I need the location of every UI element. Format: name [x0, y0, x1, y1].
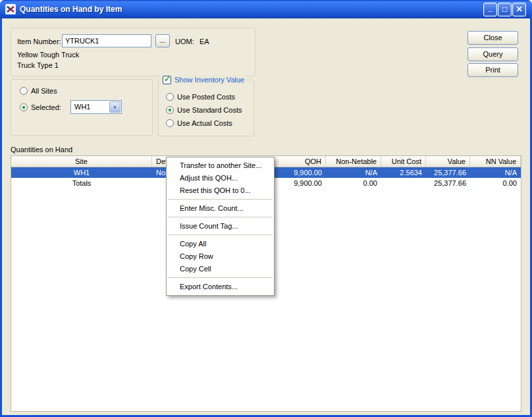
menu-separator	[168, 199, 273, 200]
site-combobox-dropdown-button[interactable]: ▼	[109, 101, 120, 113]
item-number-input[interactable]	[62, 34, 151, 47]
all-sites-radio[interactable]	[20, 87, 28, 95]
site-combobox-value: WH1	[74, 103, 90, 111]
column-header-value[interactable]: Value	[426, 156, 470, 167]
menu-item-copy-all[interactable]: Copy All	[167, 238, 274, 250]
column-header-non-netable[interactable]: Non-Netable	[326, 156, 381, 167]
query-button[interactable]: Query	[467, 47, 518, 61]
maximize-button[interactable]: □	[498, 3, 512, 16]
titlebar[interactable]: Quantities on Hand by Item _ □ ✕	[0, 0, 532, 18]
uom-label: UOM:	[175, 38, 194, 45]
show-inventory-value-checkbox[interactable]: ✓	[163, 76, 171, 84]
menu-item-reset-qoh[interactable]: Reset this QOH to 0...	[167, 184, 274, 197]
uom-value: EA	[200, 38, 209, 45]
quantities-section-label: Quantities on Hand	[11, 146, 72, 153]
close-icon: ✕	[516, 5, 522, 14]
maximize-icon: □	[502, 5, 507, 14]
close-window-button[interactable]: ✕	[512, 3, 526, 16]
menu-item-export-contents[interactable]: Export Contents...	[167, 281, 274, 293]
cell-unit-cost[interactable]: 2.5634	[381, 167, 426, 178]
inventory-value-title: ✓ Show Inventory Value	[161, 75, 246, 84]
menu-item-transfer-site[interactable]: Transfer to another Site...	[167, 159, 274, 172]
cell-value[interactable]: 25,377.66	[426, 178, 470, 188]
item-description-line1: Yellow Tough Truck	[17, 51, 79, 59]
cell-non-netable[interactable]: 0.00	[326, 178, 381, 188]
print-button[interactable]: Print	[467, 63, 518, 77]
use-actual-costs-radio[interactable]	[166, 119, 174, 127]
use-posted-costs-label[interactable]: Use Posted Costs	[177, 93, 235, 101]
all-sites-label[interactable]: All Sites	[31, 87, 57, 95]
cell-non-netable[interactable]: N/A	[326, 167, 381, 178]
column-header-nn-value[interactable]: NN Value	[470, 156, 521, 167]
minimize-icon: _	[488, 2, 492, 14]
app-icon[interactable]	[5, 4, 16, 14]
context-menu: Transfer to another Site... Adjust this …	[166, 157, 275, 296]
menu-item-adjust-qoh[interactable]: Adjust this QOH...	[167, 172, 274, 184]
cell-value[interactable]: 25,377.66	[426, 167, 470, 178]
cell-nn-value[interactable]: N/A	[470, 167, 521, 178]
use-standard-costs-radio[interactable]	[166, 106, 174, 114]
selected-site-label[interactable]: Selected:	[31, 103, 61, 111]
selected-site-radio[interactable]	[20, 103, 28, 111]
column-header-unit-cost[interactable]: Unit Cost	[381, 156, 426, 167]
site-combobox[interactable]: WH1 ▼	[70, 100, 122, 114]
menu-item-copy-cell[interactable]: Copy Cell	[167, 263, 274, 275]
app-window: Quantities on Hand by Item _ □ ✕ Item Nu…	[0, 0, 532, 417]
item-number-label: Item Number:	[17, 38, 61, 45]
app-logo-icon	[5, 4, 16, 14]
window-title: Quantities on Hand by Item	[20, 0, 122, 18]
close-button[interactable]: Close	[467, 31, 518, 45]
menu-separator	[168, 235, 273, 235]
check-icon: ✓	[164, 74, 171, 84]
column-header-site[interactable]: Site	[11, 156, 152, 167]
menu-item-issue-count-tag[interactable]: Issue Count Tag...	[167, 220, 274, 233]
chevron-down-icon: ▼	[113, 102, 117, 113]
menu-separator	[168, 277, 273, 278]
minimize-button[interactable]: _	[483, 3, 497, 16]
menu-item-copy-row[interactable]: Copy Row	[167, 250, 274, 263]
item-browse-button[interactable]: ...	[155, 34, 170, 47]
use-posted-costs-radio[interactable]	[166, 93, 174, 101]
menu-separator	[168, 217, 273, 217]
use-standard-costs-label[interactable]: Use Standard Costs	[177, 106, 242, 114]
cell-site[interactable]: WH1	[11, 167, 152, 178]
use-actual-costs-label[interactable]: Use Actual Costs	[177, 119, 232, 127]
item-description-line2: Truck Type 1	[17, 61, 59, 69]
menu-item-enter-misc-count[interactable]: Enter Misc. Count...	[167, 202, 274, 215]
cell-nn-value[interactable]: 0.00	[470, 178, 521, 188]
cell-unit-cost[interactable]	[381, 178, 426, 188]
show-inventory-value-label[interactable]: Show Inventory Value	[174, 76, 244, 84]
cell-site[interactable]: Totals	[11, 178, 152, 188]
